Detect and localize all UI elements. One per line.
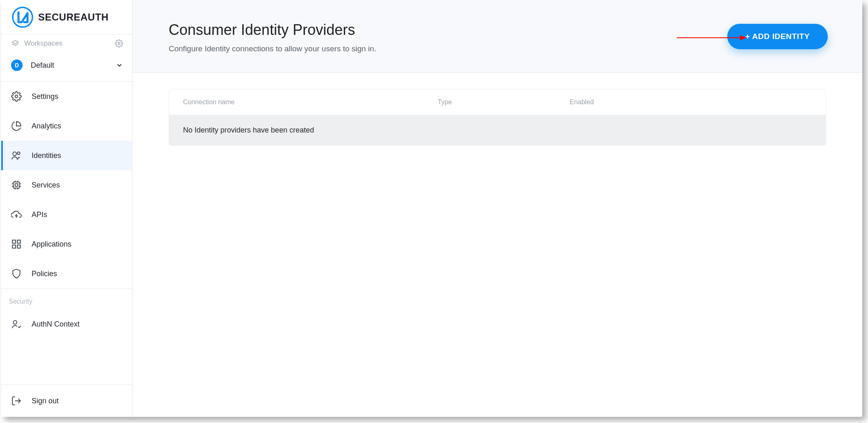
workspaces-label: Workspaces <box>24 39 62 48</box>
cpu-icon <box>11 180 22 190</box>
svg-rect-19 <box>17 245 21 248</box>
sidebar-item-applications[interactable]: Applications <box>1 229 132 259</box>
svg-rect-7 <box>15 184 18 187</box>
page-header: Consumer Identity Providers Configure Id… <box>133 0 862 73</box>
svg-rect-6 <box>13 182 19 188</box>
svg-rect-16 <box>12 240 16 243</box>
sidebar-item-apis[interactable]: APIs <box>1 200 132 229</box>
column-type: Type <box>437 98 570 106</box>
svg-point-4 <box>13 152 16 155</box>
svg-point-0 <box>13 7 32 27</box>
nav-label: APIs <box>32 210 47 219</box>
sidebar-item-settings[interactable]: Settings <box>1 82 132 111</box>
grid-icon <box>11 239 22 249</box>
brand-logo-icon <box>12 7 33 28</box>
sidebar-item-authn-context[interactable]: AuthN Context <box>1 309 132 339</box>
svg-point-5 <box>17 152 20 155</box>
signout-button[interactable]: Sign out <box>1 385 132 417</box>
identity-providers-table: Connection name Type Enabled No Identity… <box>169 89 826 146</box>
security-section-label: Security <box>1 289 132 309</box>
sidebar-item-services[interactable]: Services <box>1 170 132 200</box>
pie-chart-icon <box>11 121 22 131</box>
sidebar: SECUREAUTH Workspaces D D <box>1 0 133 417</box>
svg-point-20 <box>13 320 17 324</box>
gear-icon <box>11 91 22 102</box>
sidebar-item-analytics[interactable]: Analytics <box>1 111 132 141</box>
chevron-down-icon <box>116 62 123 69</box>
shield-icon <box>11 268 22 279</box>
svg-marker-1 <box>12 41 18 44</box>
nav-label: AuthN Context <box>32 320 80 329</box>
nav-label: Settings <box>32 92 58 101</box>
sidebar-item-identities[interactable]: Identities <box>1 141 132 170</box>
user-check-icon <box>11 319 22 329</box>
signout-icon <box>11 396 22 406</box>
svg-point-3 <box>15 95 18 98</box>
workspace-badge: D <box>11 59 23 71</box>
svg-marker-23 <box>740 35 747 40</box>
page-title: Consumer Identity Providers <box>169 21 376 39</box>
app-frame: SECUREAUTH Workspaces D D <box>1 0 862 417</box>
main-content: Consumer Identity Providers Configure Id… <box>133 0 862 417</box>
nav-label: Identities <box>32 151 61 160</box>
svg-rect-17 <box>17 240 21 243</box>
table-header: Connection name Type Enabled <box>169 89 826 115</box>
column-connection-name: Connection name <box>183 98 437 106</box>
column-enabled: Enabled <box>570 98 812 106</box>
svg-point-2 <box>118 43 120 45</box>
svg-rect-18 <box>12 245 16 248</box>
nav-label: Policies <box>32 270 57 278</box>
table-empty-row: No Identity providers have been created <box>169 115 826 145</box>
layers-icon <box>11 39 19 48</box>
signout-label: Sign out <box>32 397 59 405</box>
gear-icon[interactable] <box>115 39 123 48</box>
annotation-arrow-icon <box>677 34 747 42</box>
sidebar-item-policies[interactable]: Policies <box>1 259 132 288</box>
brand-logo[interactable]: SECUREAUTH <box>1 0 132 34</box>
workspaces-header: Workspaces <box>1 34 132 53</box>
nav-label: Services <box>32 181 60 190</box>
nav-label: Applications <box>32 240 71 249</box>
cloud-bolt-icon <box>11 209 22 220</box>
workspace-name: Default <box>31 61 54 70</box>
page-subtitle: Configure Identity connections to allow … <box>169 44 376 53</box>
nav: Settings Analytics Ide <box>1 82 132 384</box>
workspace-switcher[interactable]: D Default <box>1 56 132 82</box>
users-icon <box>11 150 22 161</box>
nav-label: Analytics <box>32 122 61 130</box>
brand-name: SECUREAUTH <box>38 11 109 23</box>
